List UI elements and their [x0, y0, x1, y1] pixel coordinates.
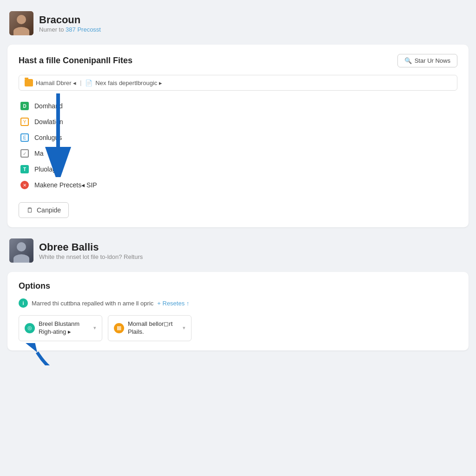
file-icon-box: ✕: [20, 180, 30, 190]
avatar-1: [9, 11, 33, 35]
card-title: Hast a fille Conenipanll Fites: [19, 56, 132, 66]
breadcrumb-item-1[interactable]: Hamail Dbrer ◂: [25, 79, 76, 86]
search-icon: 🔍: [404, 57, 412, 64]
profile-link-1[interactable]: 387 Precosst: [66, 26, 101, 33]
list-item[interactable]: ✕ Makene Precets◂ SIP: [19, 177, 457, 193]
dropdown-1[interactable]: ◎ Breel Blustanm Righ-ating ▸ ▾: [19, 315, 102, 341]
profile-name-1: Bracoun: [39, 14, 101, 26]
dropdown-1-icon: ◎: [25, 323, 35, 333]
file-icon-2: 📄: [85, 79, 93, 86]
file-icon-box: D: [20, 101, 30, 111]
canvas-icon: 🗒: [26, 206, 33, 214]
dropdown-area: ◎ Breel Blustanm Righ-ating ▸ ▾ ▦ Momall…: [19, 315, 457, 341]
file-label: Pluolages: [34, 165, 63, 173]
file-label: Makene Precets◂ SIP: [34, 181, 97, 189]
icon-red-circle: ✕: [20, 181, 29, 189]
list-item[interactable]: ✓ Ma: [19, 145, 457, 161]
file-label: Conlugus: [34, 134, 62, 141]
profile-section-2: Obree Ballis White the nnset lot file to…: [7, 235, 469, 266]
options-info-row: i Marred thi cuttbna repalled with n ame…: [19, 298, 457, 308]
profile-subtitle-2: White the nnset lot file to-ldon? Reltur…: [39, 253, 143, 260]
options-title: Options: [19, 281, 457, 291]
dropdown-2-content: ▦ Momall bellor◻rt Plails.: [114, 320, 172, 336]
dropdown-2-icon: ▦: [114, 323, 124, 333]
file-icon-box: T: [20, 164, 30, 174]
file-card: Hast a fille Conenipanll Fites 🔍 Star Ur…: [7, 45, 469, 227]
profile-name-2: Obree Ballis: [39, 241, 143, 253]
options-info-text: Marred thi cuttbna repalled with n ame l…: [32, 300, 153, 307]
icon-blue-outline: E: [20, 133, 29, 142]
file-list: D Domhand Y Dowlation E Conlugus ✓: [19, 98, 457, 193]
file-label: Ma: [34, 150, 43, 157]
chevron-down-icon-2: ▾: [183, 325, 185, 331]
list-item[interactable]: T Pluolages: [19, 161, 457, 177]
options-card: Options i Marred thi cuttbna repalled wi…: [7, 272, 469, 350]
canvas-button[interactable]: 🗒 Canpide: [19, 202, 69, 218]
dropdown-2-text: Momall bellor◻rt Plails.: [128, 320, 172, 336]
dropdown-2[interactable]: ▦ Momall bellor◻rt Plails. ▾: [108, 315, 192, 341]
card-header: Hast a fille Conenipanll Fites 🔍 Star Ur…: [19, 54, 457, 67]
breadcrumb-item-2[interactable]: 📄 Nex fais depertlbrougic ▸: [85, 79, 162, 86]
breadcrumb-label-1: Hamail Dbrer ◂: [36, 79, 76, 86]
icon-yellow-outline: Y: [20, 118, 29, 126]
dropdown-1-text: Breel Blustanm Righ-ating ▸: [39, 320, 79, 336]
search-button[interactable]: 🔍 Star Ur Nows: [397, 54, 457, 67]
profile-info-2: Obree Ballis White the nnset lot file to…: [39, 241, 143, 260]
info-icon: i: [19, 298, 28, 308]
icon-teal-square: T: [20, 165, 29, 173]
avatar-2: [9, 238, 33, 263]
file-icon-box: ✓: [20, 148, 30, 159]
icon-check-outline: ✓: [20, 149, 29, 158]
reset-link[interactable]: + Resetes ↑: [157, 300, 189, 307]
profile-section-1: Bracoun Numer to 387 Precosst: [7, 7, 469, 39]
file-label: Dowlation: [34, 118, 63, 126]
breadcrumb-label-2: Nex fais depertlbrougic ▸: [95, 79, 162, 86]
breadcrumb-separator: |: [80, 79, 81, 86]
list-item[interactable]: E Conlugus: [19, 130, 457, 145]
list-item[interactable]: Y Dowlation: [19, 114, 457, 130]
file-icon-box: E: [20, 132, 30, 143]
file-list-container: D Domhand Y Dowlation E Conlugus ✓: [19, 98, 457, 193]
folder-icon-1: [25, 79, 33, 86]
file-icon-box: Y: [20, 117, 30, 127]
chevron-down-icon: ▾: [93, 325, 96, 331]
profile-info-1: Bracoun Numer to 387 Precosst: [39, 14, 101, 33]
arrow-up-annotation: [23, 343, 116, 365]
dropdown-1-content: ◎ Breel Blustanm Righ-ating ▸: [25, 320, 79, 336]
dropdown-row: ◎ Breel Blustanm Righ-ating ▸ ▾ ▦ Momall…: [19, 315, 457, 341]
breadcrumb-bar[interactable]: Hamail Dbrer ◂ | 📄 Nex fais depertlbroug…: [19, 75, 457, 91]
profile-subtitle-1: Numer to 387 Precosst: [39, 26, 101, 33]
icon-green-square: D: [20, 102, 29, 110]
list-item[interactable]: D Domhand: [19, 98, 457, 114]
file-label: Domhand: [34, 102, 63, 110]
